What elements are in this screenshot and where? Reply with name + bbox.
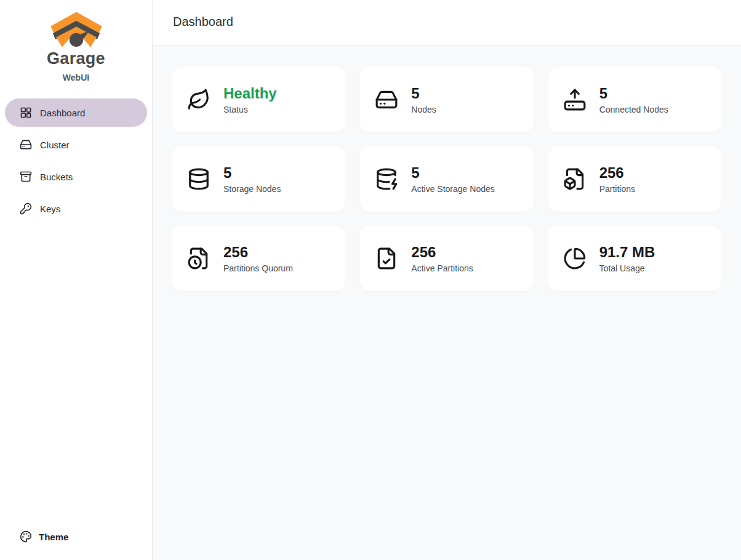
stat-card-nodes: 5 Nodes [360,67,533,132]
garage-logo-icon [47,10,106,49]
sidebar-item-cluster[interactable]: Cluster [5,130,147,159]
stat-label: Partitions [599,184,635,194]
stat-value: 256 [223,244,293,261]
stat-card-active-partitions: 256 Active Partitions [360,226,533,291]
hard-drive-icon [375,88,398,111]
stat-label: Storage Nodes [223,184,281,194]
page-title: Dashboard [173,15,721,29]
brand-subtitle: WebUI [5,73,147,82]
pie-chart-icon [563,247,587,270]
stat-card-connected-nodes: 5 Connected Nodes [548,67,721,132]
sidebar-item-keys[interactable]: Keys [5,194,147,223]
sidebar-footer: Theme [5,524,147,549]
sidebar-item-buckets[interactable]: Buckets [5,162,147,191]
brand-title: Garage [5,49,147,68]
sidebar-item-label: Cluster [40,140,70,150]
sidebar-item-dashboard[interactable]: Dashboard [5,98,147,127]
sidebar-item-label: Buckets [40,172,73,182]
stat-value: 5 [411,164,494,182]
stat-value: 5 [599,85,668,102]
stat-card-status: Healthy Status [172,67,345,132]
main-area: Dashboard Healthy Status [153,0,741,560]
stat-card-partitions: 256 Partitions [548,146,721,212]
stat-value: 5 [411,85,436,102]
sidebar-item-label: Keys [40,204,60,214]
stat-label: Active Partitions [411,263,473,273]
dashboard-content: Healthy Status 5 Nodes [153,46,741,313]
stat-label: Connected Nodes [599,105,668,114]
leaf-icon [187,88,210,111]
stat-value: 91.7 MB [599,244,655,261]
stat-label: Total Usage [599,263,655,273]
hard-drive-upload-icon [563,88,587,111]
topbar: Dashboard [153,0,741,46]
stat-value: Healthy [223,85,277,102]
stat-card-storage-nodes: 5 Storage Nodes [172,146,345,212]
sidebar: Garage WebUI Dashboard [0,0,153,560]
dashboard-icon [20,106,32,119]
stat-label: Status [223,105,277,114]
database-icon [187,167,210,191]
brand: Garage WebUI [5,9,147,82]
stat-label: Partitions Quorum [223,263,293,273]
stat-label: Active Storage Nodes [411,184,494,194]
theme-button-label: Theme [39,532,68,542]
palette-icon [20,530,32,543]
database-zap-icon [375,167,398,191]
stat-card-total-usage: 91.7 MB Total Usage [548,226,721,291]
stat-value: 256 [599,164,635,182]
hard-drive-icon [20,138,32,151]
theme-button[interactable]: Theme [5,524,147,549]
stats-grid: Healthy Status 5 Nodes [172,67,721,291]
file-box-icon [563,167,587,191]
stat-label: Nodes [411,105,436,114]
key-icon [20,202,32,215]
stat-card-active-storage-nodes: 5 Active Storage Nodes [360,146,533,212]
sidebar-item-label: Dashboard [40,108,85,118]
sidebar-nav: Dashboard Cluster Buckets [5,98,147,223]
stat-card-partitions-quorum: 256 Partitions Quorum [172,226,345,291]
stat-value: 5 [223,164,281,182]
file-clock-icon [187,247,210,270]
archive-icon [20,170,32,183]
file-check-icon [375,247,398,270]
stat-value: 256 [411,244,473,261]
